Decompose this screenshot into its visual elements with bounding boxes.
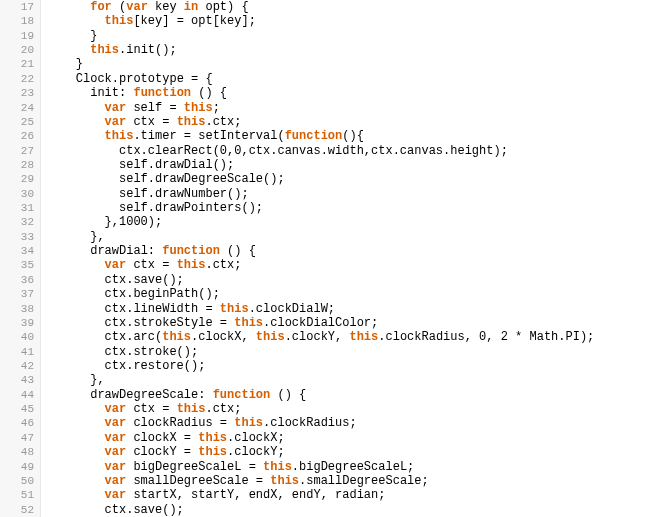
- keyword: var: [105, 258, 127, 272]
- keyword: var: [105, 402, 127, 416]
- line-number: 51: [4, 488, 34, 502]
- code-line[interactable]: var clockX = this.clockX;: [47, 431, 662, 445]
- line-number: 31: [4, 201, 34, 215]
- line-number: 39: [4, 316, 34, 330]
- line-number: 37: [4, 287, 34, 301]
- code-line[interactable]: var ctx = this.ctx;: [47, 258, 662, 272]
- code-line[interactable]: ctx.lineWidth = this.clockDialW;: [47, 302, 662, 316]
- line-number: 46: [4, 416, 34, 430]
- line-number: 33: [4, 230, 34, 244]
- line-number: 48: [4, 445, 34, 459]
- line-number: 24: [4, 101, 34, 115]
- code-line[interactable]: self.drawPointers();: [47, 201, 662, 215]
- line-number: 47: [4, 431, 34, 445]
- line-number: 19: [4, 29, 34, 43]
- keyword: function: [133, 86, 191, 100]
- code-line[interactable]: for (var key in opt) {: [47, 0, 662, 14]
- code-line[interactable]: this.init();: [47, 43, 662, 57]
- keyword: this: [234, 316, 263, 330]
- line-number: 32: [4, 215, 34, 229]
- keyword: this: [184, 101, 213, 115]
- code-line[interactable]: ctx.beginPath();: [47, 287, 662, 301]
- keyword: var: [105, 460, 127, 474]
- line-number: 22: [4, 72, 34, 86]
- line-number: 49: [4, 460, 34, 474]
- line-number: 21: [4, 57, 34, 71]
- code-line[interactable]: var startX, startY, endX, endY, radian;: [47, 488, 662, 502]
- keyword: this: [234, 416, 263, 430]
- code-line[interactable]: ctx.stroke();: [47, 345, 662, 359]
- code-line[interactable]: init: function () {: [47, 86, 662, 100]
- code-line[interactable]: self.drawNumber();: [47, 187, 662, 201]
- line-number: 50: [4, 474, 34, 488]
- line-number: 29: [4, 172, 34, 186]
- line-number: 27: [4, 144, 34, 158]
- line-number: 30: [4, 187, 34, 201]
- line-number: 20: [4, 43, 34, 57]
- line-number: 38: [4, 302, 34, 316]
- code-line[interactable]: drawDial: function () {: [47, 244, 662, 258]
- keyword: this: [105, 14, 134, 28]
- keyword: this: [349, 330, 378, 344]
- code-line[interactable]: var clockY = this.clockY;: [47, 445, 662, 459]
- code-line[interactable]: var bigDegreeScaleL = this.bigDegreeScal…: [47, 460, 662, 474]
- keyword: function: [213, 388, 271, 402]
- keyword: var: [105, 445, 127, 459]
- line-number: 41: [4, 345, 34, 359]
- keyword: this: [198, 445, 227, 459]
- code-line[interactable]: ctx.save();: [47, 273, 662, 287]
- keyword: var: [105, 431, 127, 445]
- line-number: 43: [4, 373, 34, 387]
- code-line[interactable]: self.drawDial();: [47, 158, 662, 172]
- keyword: var: [105, 416, 127, 430]
- line-number: 18: [4, 14, 34, 28]
- code-line[interactable]: ctx.restore();: [47, 359, 662, 373]
- keyword: var: [105, 101, 127, 115]
- line-number: 42: [4, 359, 34, 373]
- code-line[interactable]: var clockRadius = this.clockRadius;: [47, 416, 662, 430]
- keyword: var: [105, 474, 127, 488]
- code-line[interactable]: Clock.prototype = {: [47, 72, 662, 86]
- code-line[interactable]: var smallDegreeScale = this.smallDegreeS…: [47, 474, 662, 488]
- code-editor[interactable]: 1718192021222324252627282930313233343536…: [0, 0, 662, 517]
- keyword: var: [105, 488, 127, 502]
- code-line[interactable]: }: [47, 29, 662, 43]
- code-line[interactable]: drawDegreeScale: function () {: [47, 388, 662, 402]
- line-number: 17: [4, 0, 34, 14]
- keyword: this: [198, 431, 227, 445]
- keyword: var: [105, 115, 127, 129]
- line-number: 45: [4, 402, 34, 416]
- keyword: this: [270, 474, 299, 488]
- code-line[interactable]: ctx.strokeStyle = this.clockDialColor;: [47, 316, 662, 330]
- code-area[interactable]: for (var key in opt) { this[key] = opt[k…: [41, 0, 662, 517]
- keyword: this: [220, 302, 249, 316]
- line-number: 40: [4, 330, 34, 344]
- keyword: for: [90, 0, 112, 14]
- line-number: 23: [4, 86, 34, 100]
- code-line[interactable]: var ctx = this.ctx;: [47, 115, 662, 129]
- keyword: this: [162, 330, 191, 344]
- keyword: var: [126, 0, 148, 14]
- code-line[interactable]: var ctx = this.ctx;: [47, 402, 662, 416]
- keyword: in: [184, 0, 198, 14]
- code-line[interactable]: },: [47, 373, 662, 387]
- code-line[interactable]: ctx.arc(this.clockX, this.clockY, this.c…: [47, 330, 662, 344]
- code-line[interactable]: },1000);: [47, 215, 662, 229]
- line-number: 25: [4, 115, 34, 129]
- code-line[interactable]: var self = this;: [47, 101, 662, 115]
- keyword: function: [162, 244, 220, 258]
- code-line[interactable]: self.drawDegreeScale();: [47, 172, 662, 186]
- line-number: 35: [4, 258, 34, 272]
- line-number: 34: [4, 244, 34, 258]
- code-line[interactable]: }: [47, 57, 662, 71]
- keyword: this: [105, 129, 134, 143]
- code-line[interactable]: ctx.clearRect(0,0,ctx.canvas.width,ctx.c…: [47, 144, 662, 158]
- keyword: this: [177, 402, 206, 416]
- keyword: this: [90, 43, 119, 57]
- line-number: 44: [4, 388, 34, 402]
- code-line[interactable]: ctx.save();: [47, 503, 662, 517]
- keyword: this: [177, 258, 206, 272]
- code-line[interactable]: this.timer = setInterval(function(){: [47, 129, 662, 143]
- code-line[interactable]: },: [47, 230, 662, 244]
- code-line[interactable]: this[key] = opt[key];: [47, 14, 662, 28]
